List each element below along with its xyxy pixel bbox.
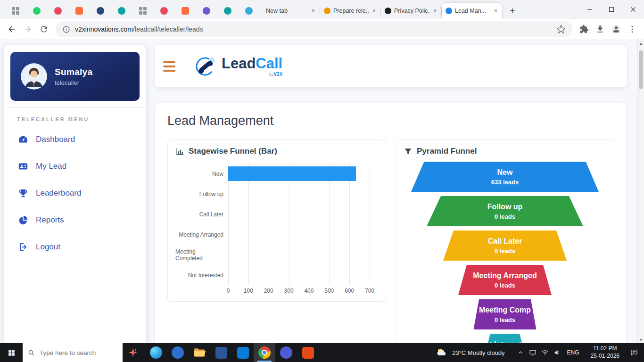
teams-icon xyxy=(172,346,184,359)
tab-close-icon[interactable]: × xyxy=(493,8,498,14)
pinned-tab-teal-app-2[interactable] xyxy=(217,3,238,19)
taskbar-app-chrome[interactable] xyxy=(254,343,275,362)
download-icon xyxy=(595,25,605,34)
tab-close-icon[interactable]: × xyxy=(432,8,438,14)
profile-role: telecaller xyxy=(55,79,92,86)
tab-close-icon[interactable]: × xyxy=(372,8,377,14)
scroll-up-arrow[interactable]: ▲ xyxy=(638,40,644,47)
funnel-label: Follow up xyxy=(487,203,523,211)
bookmark-star-icon[interactable] xyxy=(556,25,566,34)
new-tab-button[interactable]: + xyxy=(506,4,519,17)
pinned-tab-apps-grid-2[interactable] xyxy=(132,3,153,19)
reports-icon xyxy=(18,215,28,225)
pinned-tab-navy-app[interactable] xyxy=(90,3,111,19)
url-text: v2xinnovations.com/leadcall/telecaller/l… xyxy=(75,25,552,33)
tab-close-icon[interactable]: × xyxy=(311,8,316,14)
pinned-tab-teal-app[interactable] xyxy=(111,3,132,19)
network-tray-button[interactable] xyxy=(539,346,551,359)
bar-category-label: New xyxy=(175,164,228,184)
funnel-segment-new: New633 leads xyxy=(411,162,599,192)
tab-lead-man[interactable]: Lead Man...× xyxy=(442,3,502,19)
start-button[interactable] xyxy=(0,343,23,362)
funnel-label: Call Later xyxy=(488,237,522,246)
minimize-button[interactable] xyxy=(579,0,601,19)
menu-button[interactable] xyxy=(624,21,640,37)
scrollbar-thumb[interactable] xyxy=(639,50,643,89)
action-center-button[interactable] xyxy=(624,348,644,357)
close-button[interactable] xyxy=(622,0,644,19)
whatsapp-icon xyxy=(33,7,41,15)
taskbar-app-word[interactable] xyxy=(210,343,232,362)
tab-privacy-polic[interactable]: Privacy Polic...× xyxy=(381,3,441,19)
taskbar-app-app-violet[interactable] xyxy=(275,343,297,362)
x-tick-label: 100 xyxy=(244,288,253,294)
funnel-segment-not-interested: Not Interested0 leads xyxy=(483,334,528,343)
file-explorer-icon xyxy=(193,346,206,359)
forward-button[interactable] xyxy=(20,21,36,37)
orange-app-icon xyxy=(75,7,83,15)
sidebar-item-leaderboard[interactable]: Leaderboard xyxy=(4,180,146,206)
pinned-tab-pink-app-2[interactable] xyxy=(153,3,174,19)
browser-toolbar: v2xinnovations.com/leadcall/telecaller/l… xyxy=(0,19,644,40)
chrome-icon xyxy=(258,346,271,359)
pinned-tab-whatsapp[interactable] xyxy=(26,3,47,19)
taskbar-app-teams[interactable] xyxy=(167,343,189,362)
taskbar-search[interactable] xyxy=(23,343,123,362)
language-indicator[interactable]: ENG xyxy=(563,349,583,356)
pinned-tab-apps-grid[interactable] xyxy=(5,3,26,19)
taskbar-app-outlook[interactable] xyxy=(232,343,254,362)
word-icon xyxy=(215,347,227,359)
page-title: Lead Management xyxy=(167,114,614,128)
extensions-button[interactable] xyxy=(576,21,592,37)
maximize-icon xyxy=(609,7,614,12)
funnel-segment-follow-up: Follow up0 leads xyxy=(427,196,583,226)
display-tray-button[interactable] xyxy=(527,346,539,359)
x-tick-label: 700 xyxy=(365,288,374,294)
pyramid-funnel-card: Pyramid Funnel New633 leadsFollow up0 le… xyxy=(396,140,614,343)
site-info-icon[interactable] xyxy=(62,25,70,33)
sidebar-item-logout[interactable]: Logout xyxy=(4,233,146,260)
taskbar-apps xyxy=(145,343,319,362)
pinned-tab-orange-app-2[interactable] xyxy=(174,3,196,19)
sidebar-item-my-lead[interactable]: My Lead xyxy=(4,153,146,180)
tab-title: New tab xyxy=(266,8,308,14)
tab-list: New tab×Prepare rele...×Privacy Polic...… xyxy=(259,3,502,19)
reload-button[interactable] xyxy=(36,21,52,37)
taskbar-clock[interactable]: 11:02 PM 25-01-2026 xyxy=(586,345,624,360)
back-button[interactable] xyxy=(4,21,20,37)
sidebar-item-label: Leaderboard xyxy=(36,189,81,198)
pinned-tab-pink-app[interactable] xyxy=(47,3,68,19)
scroll-down-arrow[interactable]: ▼ xyxy=(638,337,644,343)
taskbar-app-app-red[interactable] xyxy=(297,343,319,362)
volume-tray-button[interactable] xyxy=(551,346,563,359)
gridline xyxy=(370,164,370,285)
profile-button[interactable] xyxy=(608,21,624,37)
scrollbar: ▲ ▼ xyxy=(637,40,644,343)
tab-new-tab[interactable]: New tab× xyxy=(259,3,320,19)
pinned-tab-telegram[interactable] xyxy=(238,3,259,19)
maximize-button[interactable] xyxy=(601,0,622,19)
pinned-tab-violet-app[interactable] xyxy=(196,3,217,19)
funnel-chart: New633 leadsFollow up0 leadsCall Later0 … xyxy=(404,162,606,343)
taskbar-app-edge[interactable] xyxy=(145,343,167,362)
sidebar-item-reports[interactable]: Reports xyxy=(4,206,146,233)
top-header: LeadCall byV2X xyxy=(155,45,627,87)
search-highlights-icon[interactable] xyxy=(123,343,143,362)
downloads-button[interactable] xyxy=(592,21,608,37)
tray-expand-button[interactable] xyxy=(514,346,527,359)
sidebar-item-dashboard[interactable]: Dashboard xyxy=(4,126,146,153)
weather-widget[interactable]: 23°C Mostly cloudy xyxy=(429,346,511,359)
hamburger-menu-icon[interactable] xyxy=(163,60,175,73)
taskbar-app-file-explorer[interactable] xyxy=(189,343,210,362)
stagewise-funnel-bar-card: Stagewise Funnel (Bar) NewFollow upCall … xyxy=(167,140,386,302)
violet-app-icon xyxy=(203,7,210,15)
tab-prepare-rele[interactable]: Prepare rele...× xyxy=(320,3,380,19)
url-domain: v2xinnovations.com xyxy=(75,25,133,33)
my-lead-icon xyxy=(18,161,28,172)
search-input[interactable] xyxy=(40,349,118,356)
tab-title: Lead Man... xyxy=(455,8,490,14)
address-bar[interactable]: v2xinnovations.com/leadcall/telecaller/l… xyxy=(56,21,572,37)
bar-chart-plot xyxy=(228,164,370,285)
pinned-tab-orange-app[interactable] xyxy=(68,3,90,19)
kebab-menu-icon xyxy=(627,25,637,34)
